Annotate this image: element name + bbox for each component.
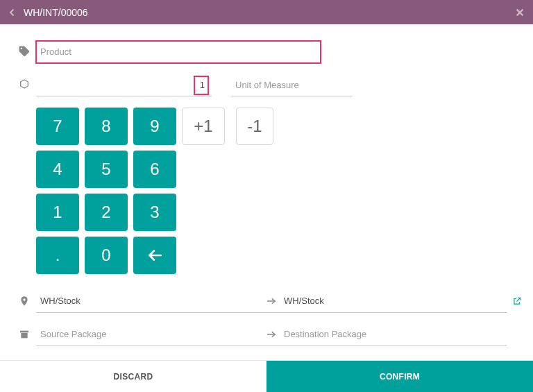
key-dot[interactable]: . [36,237,79,274]
key-5[interactable]: 5 [85,151,128,188]
destination-package-input[interactable]: Destination Package [280,329,507,339]
source-package-input[interactable]: Source Package [36,329,263,339]
key-8[interactable]: 8 [85,108,128,145]
source-location-input[interactable]: WH/Stock [36,296,263,306]
key-1[interactable]: 1 [36,194,79,231]
destination-location-input[interactable]: WH/Stock [280,296,507,306]
package-row: Source Package Destination Package [12,323,525,346]
key-4[interactable]: 4 [36,151,79,188]
arrow-right-icon [263,295,280,307]
quantity-input[interactable] [36,74,212,96]
key-2[interactable]: 2 [85,194,128,231]
location-row: WH/Stock WH/Stock [12,289,525,313]
svg-rect-4 [20,331,28,333]
close-icon[interactable] [515,8,525,17]
header-bar: WH/INT/00006 [0,0,533,24]
key-backspace[interactable] [133,237,176,274]
location-icon [12,296,36,307]
uom-input[interactable] [231,74,353,96]
back-icon[interactable] [8,8,19,17]
svg-rect-5 [21,333,27,338]
cube-icon [12,74,36,90]
number-keypad: 7 8 9 +1 -1 4 5 6 1 2 3 . 0 [36,108,521,274]
discard-button[interactable]: DISCARD [0,361,266,392]
location-pair: WH/Stock WH/Stock [36,289,507,313]
package-pair: Source Package Destination Package [36,323,507,346]
key-0[interactable]: 0 [85,237,128,274]
key-3[interactable]: 3 [133,194,176,231]
arrow-right-icon [263,328,280,341]
product-input[interactable] [36,41,321,63]
page-title: WH/INT/00006 [19,7,515,18]
key-minus1[interactable]: -1 [236,108,273,145]
key-9[interactable]: 9 [133,108,176,145]
product-row [0,41,533,63]
archive-icon [12,329,36,340]
key-6[interactable]: 6 [133,151,176,188]
key-plus1[interactable]: +1 [182,108,225,145]
form-body: 7 8 9 +1 -1 4 5 6 1 2 3 . 0 [0,24,533,360]
quantity-row [0,74,533,96]
footer-bar: DISCARD CONFIRM [0,360,533,392]
confirm-button[interactable]: CONFIRM [266,361,533,392]
external-link-icon[interactable] [512,296,525,306]
tag-icon [12,41,36,58]
key-7[interactable]: 7 [36,108,79,145]
